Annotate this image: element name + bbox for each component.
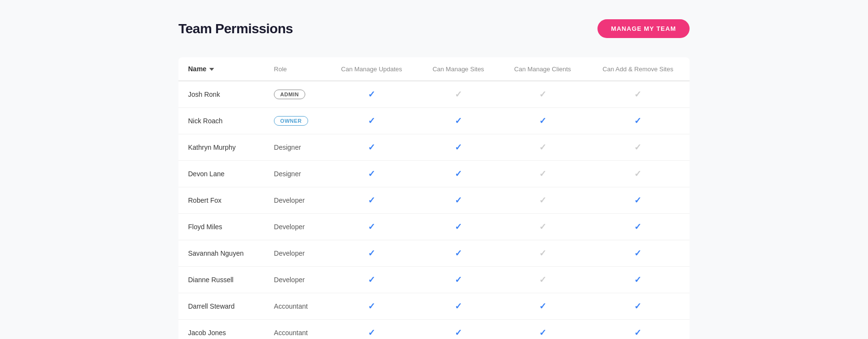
cell-role: ADMIN (264, 81, 326, 108)
col-header-role: Role (264, 57, 326, 81)
cell-manage-sites: ✓ (418, 214, 499, 240)
check-disabled-icon: ✓ (539, 90, 546, 99)
cell-manage-sites: ✓ (418, 187, 499, 214)
table-row: Dianne RussellDeveloper✓✓✓✓ (178, 267, 690, 293)
cell-name: Kathryn Murphy (178, 134, 264, 161)
cell-manage-updates: ✓ (326, 240, 418, 267)
check-enabled-icon: ✓ (368, 248, 375, 258)
check-enabled-icon: ✓ (455, 328, 462, 338)
role-badge: ADMIN (274, 90, 305, 99)
cell-add-remove-sites: ✓ (586, 161, 690, 187)
check-enabled-icon: ✓ (455, 143, 462, 152)
manage-team-button[interactable]: MANAGE MY TEAM (597, 19, 690, 38)
cell-add-remove-sites: ✓ (586, 267, 690, 293)
cell-manage-updates: ✓ (326, 81, 418, 108)
cell-manage-sites: ✓ (418, 267, 499, 293)
check-enabled-icon: ✓ (368, 90, 375, 99)
cell-name: Nick Roach (178, 108, 264, 134)
check-enabled-icon: ✓ (368, 275, 375, 285)
role-text: Developer (274, 223, 305, 231)
cell-name: Floyd Miles (178, 214, 264, 240)
cell-name: Jacob Jones (178, 320, 264, 339)
check-enabled-icon: ✓ (455, 275, 462, 285)
cell-name: Devon Lane (178, 161, 264, 187)
check-disabled-icon: ✓ (634, 143, 641, 152)
check-enabled-icon: ✓ (539, 328, 546, 338)
cell-role: OWNER (264, 108, 326, 134)
table-body: Josh RonkADMIN✓✓✓✓Nick RoachOWNER✓✓✓✓Kat… (178, 81, 690, 339)
cell-manage-updates: ✓ (326, 161, 418, 187)
check-enabled-icon: ✓ (455, 301, 462, 311)
col-header-add-remove-sites: Can Add & Remove Sites (586, 57, 690, 81)
cell-manage-updates: ✓ (326, 293, 418, 320)
check-disabled-icon: ✓ (539, 275, 546, 285)
check-disabled-icon: ✓ (634, 90, 641, 99)
check-enabled-icon: ✓ (368, 328, 375, 338)
role-text: Developer (274, 249, 305, 257)
cell-add-remove-sites: ✓ (586, 240, 690, 267)
check-enabled-icon: ✓ (368, 169, 375, 179)
page-title: Team Permissions (178, 21, 293, 37)
table-row: Jacob JonesAccountant✓✓✓✓ (178, 320, 690, 339)
cell-manage-clients: ✓ (499, 240, 586, 267)
cell-role: Developer (264, 187, 326, 214)
table-header: Name Role Can Manage Updates Can Manage … (178, 57, 690, 81)
cell-manage-updates: ✓ (326, 214, 418, 240)
cell-manage-clients: ✓ (499, 81, 586, 108)
check-enabled-icon: ✓ (368, 196, 375, 205)
cell-manage-clients: ✓ (499, 293, 586, 320)
col-header-manage-sites: Can Manage Sites (418, 57, 499, 81)
cell-manage-clients: ✓ (499, 134, 586, 161)
check-disabled-icon: ✓ (539, 248, 546, 258)
cell-manage-sites: ✓ (418, 320, 499, 339)
cell-manage-sites: ✓ (418, 134, 499, 161)
cell-role: Accountant (264, 320, 326, 339)
cell-manage-clients: ✓ (499, 267, 586, 293)
check-enabled-icon: ✓ (455, 169, 462, 179)
cell-name: Darrell Steward (178, 293, 264, 320)
cell-manage-clients: ✓ (499, 161, 586, 187)
cell-add-remove-sites: ✓ (586, 320, 690, 339)
col-header-manage-clients: Can Manage Clients (499, 57, 586, 81)
table-row: Savannah NguyenDeveloper✓✓✓✓ (178, 240, 690, 267)
cell-manage-updates: ✓ (326, 187, 418, 214)
check-enabled-icon: ✓ (634, 116, 641, 126)
check-enabled-icon: ✓ (539, 116, 546, 126)
cell-add-remove-sites: ✓ (586, 214, 690, 240)
cell-role: Developer (264, 214, 326, 240)
cell-role: Designer (264, 134, 326, 161)
check-disabled-icon: ✓ (539, 196, 546, 205)
table-header-row: Name Role Can Manage Updates Can Manage … (178, 57, 690, 81)
cell-role: Designer (264, 161, 326, 187)
cell-role: Developer (264, 267, 326, 293)
role-text: Accountant (274, 329, 308, 337)
check-enabled-icon: ✓ (368, 143, 375, 152)
check-enabled-icon: ✓ (634, 196, 641, 205)
cell-manage-updates: ✓ (326, 108, 418, 134)
table-row: Floyd MilesDeveloper✓✓✓✓ (178, 214, 690, 240)
table-row: Darrell StewardAccountant✓✓✓✓ (178, 293, 690, 320)
col-header-name[interactable]: Name (178, 57, 264, 81)
cell-manage-clients: ✓ (499, 108, 586, 134)
check-enabled-icon: ✓ (455, 196, 462, 205)
cell-manage-updates: ✓ (326, 267, 418, 293)
role-text: Accountant (274, 302, 308, 310)
check-enabled-icon: ✓ (539, 301, 546, 311)
check-enabled-icon: ✓ (634, 328, 641, 338)
role-badge: OWNER (274, 116, 308, 126)
table-row: Kathryn MurphyDesigner✓✓✓✓ (178, 134, 690, 161)
check-disabled-icon: ✓ (455, 90, 462, 99)
cell-add-remove-sites: ✓ (586, 293, 690, 320)
cell-manage-sites: ✓ (418, 293, 499, 320)
table-row: Devon LaneDesigner✓✓✓✓ (178, 161, 690, 187)
col-header-name-label: Name (188, 65, 206, 73)
cell-add-remove-sites: ✓ (586, 187, 690, 214)
cell-manage-sites: ✓ (418, 161, 499, 187)
cell-role: Accountant (264, 293, 326, 320)
page-header: Team Permissions MANAGE MY TEAM (178, 19, 690, 38)
check-disabled-icon: ✓ (539, 143, 546, 152)
cell-manage-clients: ✓ (499, 187, 586, 214)
check-disabled-icon: ✓ (539, 169, 546, 179)
table-row: Robert FoxDeveloper✓✓✓✓ (178, 187, 690, 214)
table-row: Josh RonkADMIN✓✓✓✓ (178, 81, 690, 108)
